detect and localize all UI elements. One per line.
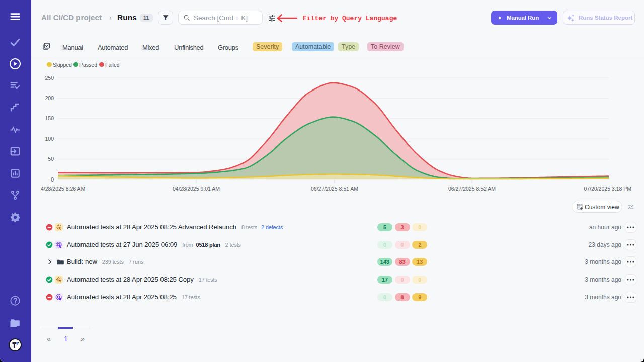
- svg-text:0: 0: [51, 176, 54, 183]
- svg-text:06/27/2025 8:52 AM: 06/27/2025 8:52 AM: [448, 186, 496, 192]
- svg-text:100: 100: [45, 136, 54, 142]
- svg-text:04/28/2025 9:01 AM: 04/28/2025 9:01 AM: [173, 186, 220, 192]
- svg-text:150: 150: [45, 115, 54, 121]
- svg-text:200: 200: [45, 95, 54, 101]
- svg-text:50: 50: [48, 156, 54, 162]
- svg-text:4/28/2025 8:26 AM: 4/28/2025 8:26 AM: [41, 186, 85, 192]
- svg-text:07/20/2025 3:18 PM: 07/20/2025 3:18 PM: [584, 186, 631, 192]
- svg-text:06/27/2025 8:51 AM: 06/27/2025 8:51 AM: [311, 186, 358, 192]
- svg-text:250: 250: [45, 75, 54, 81]
